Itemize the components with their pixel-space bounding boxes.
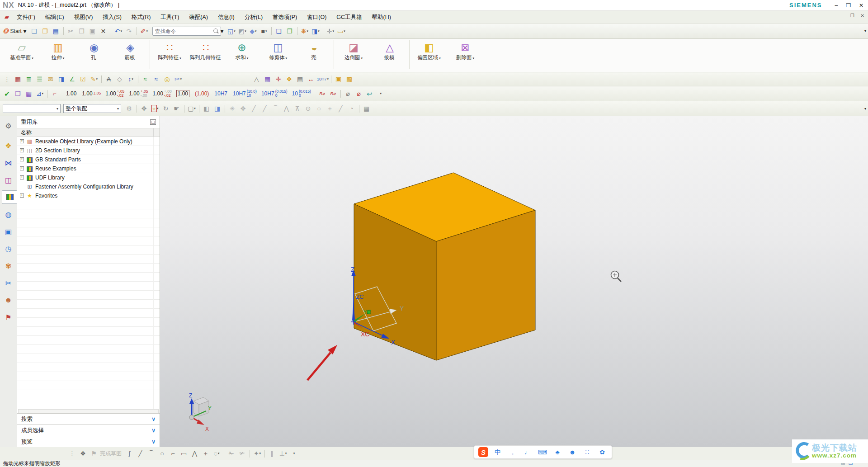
line-icon[interactable]: ╱ (135, 448, 146, 459)
tree-row[interactable]: + Reuse Examples (17, 164, 160, 173)
more-icon[interactable]: ▾ (288, 448, 299, 459)
view-triad[interactable]: Z X Y (189, 392, 212, 432)
menu-item[interactable]: 编辑(E) (40, 12, 69, 22)
snap-move-icon[interactable]: ✥ (238, 103, 249, 114)
marquee-select-icon[interactable]: ▢▾ (186, 103, 197, 114)
split-window-icon[interactable]: ❐ (284, 26, 295, 37)
tree-row[interactable]: + Favorites (17, 191, 160, 200)
toolbar-overflow-button[interactable]: ▾ (864, 107, 866, 111)
repeat-command-icon[interactable]: ✐▾ (139, 26, 150, 37)
layer-settings-icon[interactable]: ☰ (34, 74, 45, 85)
snap-line1-icon[interactable]: ╱ (249, 103, 259, 114)
tree-row[interactable]: + UDF Library (17, 173, 160, 182)
edge-blend-button[interactable]: ◪ 边倒圆▾ (335, 39, 372, 61)
snap-curve-icon[interactable]: ⌒ (270, 103, 281, 114)
ok-check-icon[interactable]: ✔ (2, 88, 13, 99)
tree-row[interactable]: + Reusable Object Library (Example Only) (17, 137, 160, 146)
visual-effects-icon[interactable]: ❋▾ (299, 26, 310, 37)
tolerance-field[interactable]: 1.00 +.05-.00 (129, 90, 148, 98)
graphics-viewport[interactable]: Z Y X ZC YC XC (160, 116, 868, 447)
rib-button[interactable]: ◈ 筋板 (112, 39, 148, 61)
quick-trim-icon[interactable]: ✁ (226, 448, 237, 459)
radius-dim-icon[interactable]: R⌀ (317, 88, 328, 99)
arc-icon[interactable]: ⌒ (146, 448, 157, 459)
voice-icon[interactable]: ♩ (522, 447, 533, 458)
expression-table-icon[interactable]: ▦ (24, 88, 34, 99)
angle-check-icon[interactable]: ∠ (67, 74, 78, 85)
shaded-wcs-icon[interactable]: ◧ (201, 103, 212, 114)
shell-button[interactable]: ◒ 壳 (296, 39, 332, 61)
radius-dim-alt-icon[interactable]: R⌀ (328, 88, 339, 99)
menu-item[interactable]: 文件(F) (12, 12, 40, 22)
punctuation-icon[interactable]: ， (507, 447, 518, 458)
horizontal-scrollbar[interactable] (18, 409, 159, 413)
expand-icon[interactable]: + (20, 166, 24, 170)
cut-icon[interactable]: ✂ (66, 26, 76, 37)
column-header[interactable]: 名称 (17, 128, 160, 137)
panel-section-header[interactable]: 成员选择 ∨ (17, 425, 160, 436)
palette-icon[interactable]: ✾ (2, 259, 15, 273)
constraint-icon[interactable]: ✦▾ (252, 448, 263, 459)
new-file-icon[interactable]: ❏ (29, 26, 40, 37)
diameter-icon[interactable]: ⌀ (343, 88, 354, 99)
assembly-navigator-icon[interactable]: ❖ (2, 139, 15, 152)
trim-curve-icon[interactable]: ✂▾ (173, 74, 184, 85)
input-mode-chinese-icon[interactable]: 中 (492, 447, 503, 458)
sketch-bounds-icon[interactable]: ▦ (13, 74, 24, 85)
circle-icon[interactable]: ○ (157, 448, 168, 459)
pattern-annotation-icon[interactable]: ✛ (273, 74, 284, 85)
fit-window-icon[interactable]: ◱▾ (226, 26, 237, 37)
show-hide-icon[interactable]: ◨ (56, 74, 67, 85)
drag-handle[interactable]: ⋮ (67, 448, 78, 459)
delete-face-button[interactable]: ⊠ 删除面▾ (447, 39, 483, 61)
expression-grid-icon[interactable]: ▦ (262, 74, 273, 85)
menu-item[interactable]: 视图(V) (69, 12, 98, 22)
snap-point-icon[interactable]: ＋ (325, 103, 335, 114)
boolean-b-icon[interactable]: ▩ (344, 74, 355, 85)
rotate-tool-icon[interactable]: ↻ (160, 103, 171, 114)
flip-direction-icon[interactable]: ↩ (364, 88, 375, 99)
doc-restore-button[interactable]: ❐ (850, 13, 854, 18)
triangle-icon[interactable]: △ (251, 74, 262, 85)
resource-gear-icon[interactable]: ⚙ (2, 119, 15, 132)
menu-item[interactable]: 装配(A) (184, 12, 213, 22)
sketch-task-icon[interactable]: ❖ (78, 448, 89, 459)
expand-icon[interactable]: + (20, 157, 24, 161)
fit-tolerance-icon[interactable]: 10H7▾ (316, 74, 329, 85)
keyboard-icon[interactable]: ⌨ (537, 447, 548, 458)
skin-icon[interactable]: ♣ (552, 447, 563, 458)
finish-sketch-icon[interactable]: ⚑ (89, 448, 99, 459)
point-icon[interactable]: ＋ (200, 448, 211, 459)
tolerance-field[interactable]: 10H7 (10.0)10 (233, 90, 257, 98)
ruler-icon[interactable]: ▭▾ (336, 26, 347, 37)
panel-section-header[interactable]: 预览 ∨ (17, 436, 160, 447)
draft-button[interactable]: △ 拔模 (372, 39, 408, 61)
copy-icon[interactable]: ❐ (76, 26, 87, 37)
panel-float-icon[interactable]: □ (150, 119, 156, 125)
search-dropdown[interactable]: ▾ (221, 28, 223, 34)
snap-filter-icon[interactable]: ⍖▾ (150, 103, 160, 114)
pattern-geometry-button[interactable]: ∷ 阵列几何特征 (188, 39, 224, 61)
selection-scope-combo[interactable]: 整个装配 ▾ (63, 104, 121, 113)
tolerance-field[interactable]: 1.00 (176, 90, 190, 97)
emoji-icon[interactable]: ☻ (567, 447, 578, 458)
tree-row[interactable]: + 2D Section Library (17, 146, 160, 155)
edit-text-icon[interactable]: ✎▾ (89, 74, 99, 85)
fillet-icon[interactable]: ⌐ (168, 448, 179, 459)
extrude-button[interactable]: ▥ 拉伸▾ (40, 39, 76, 61)
boolean-a-icon[interactable]: ▣ (333, 74, 344, 85)
hd3d-tools-icon[interactable]: ▣ (2, 225, 15, 238)
process-icon[interactable]: ✂ (2, 276, 15, 290)
selection-filter-combo[interactable]: ▾ (3, 104, 61, 113)
tree-row[interactable]: Fastener Assembly Configuration Library (17, 182, 160, 191)
tolerance-field[interactable]: 1.00 +.05-.02 (105, 90, 124, 98)
menu-item[interactable]: 格式(R) (127, 12, 156, 22)
paste-icon[interactable]: ▣ (87, 26, 98, 37)
open-box-icon[interactable]: ◨ (212, 103, 223, 114)
profile-icon[interactable]: ∫ (124, 448, 135, 459)
tolerance-field[interactable]: 1.00 (66, 90, 77, 97)
expand-icon[interactable]: + (20, 148, 24, 152)
drag-handle[interactable]: ⋮ (2, 74, 13, 85)
polyline-icon[interactable]: ⋀ (189, 448, 200, 459)
expand-icon[interactable]: + (20, 175, 24, 179)
